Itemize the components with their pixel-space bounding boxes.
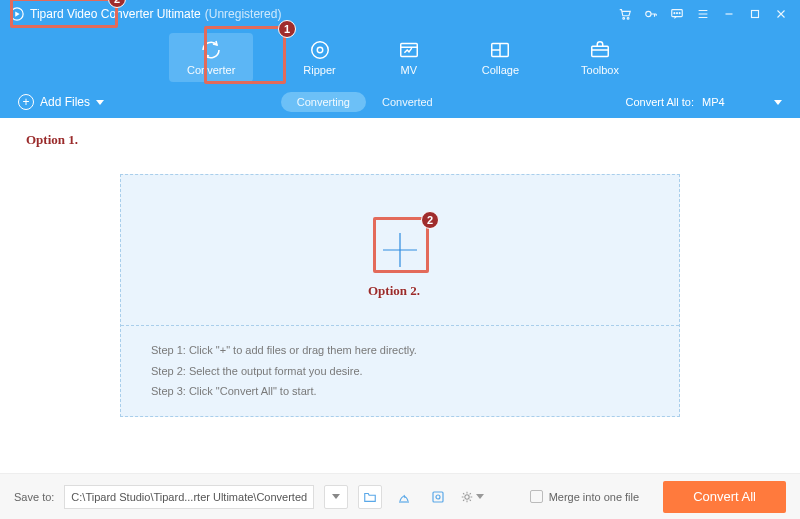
maximize-button[interactable] xyxy=(742,0,768,28)
merge-label: Merge into one file xyxy=(549,491,640,503)
status-tabs: Converting Converted xyxy=(104,92,625,112)
convert-all-label: Convert All xyxy=(693,489,756,504)
nav-label: Collage xyxy=(482,64,519,76)
dropzone-instructions: Step 1: Click "+" to add files or drag t… xyxy=(121,325,679,417)
nav-toolbox[interactable]: Toolbox xyxy=(569,35,631,80)
save-to-label: Save to: xyxy=(14,491,54,503)
svg-point-16 xyxy=(465,494,469,498)
checkbox-icon xyxy=(530,490,543,503)
chevron-down-icon xyxy=(774,100,782,105)
speed-icon[interactable] xyxy=(392,485,416,509)
annotation-badge-1: 1 xyxy=(278,20,296,38)
annotation-badge-2b: 2 xyxy=(421,211,439,229)
svg-point-3 xyxy=(646,11,651,16)
plus-circle-icon: + xyxy=(18,94,34,110)
registration-status: (Unregistered) xyxy=(205,7,282,21)
svg-point-15 xyxy=(436,495,440,499)
svg-point-2 xyxy=(627,18,629,20)
ripper-icon xyxy=(309,39,331,61)
convert-all-to-label: Convert All to: xyxy=(626,96,694,108)
bottom-bar: Save to: C:\Tipard Studio\Tipard...rter … xyxy=(0,473,800,519)
svg-point-7 xyxy=(679,13,680,14)
svg-point-10 xyxy=(317,47,323,53)
add-files-label: Add Files xyxy=(40,95,90,109)
svg-rect-14 xyxy=(433,492,443,502)
tab-converted[interactable]: Converted xyxy=(366,92,449,112)
mv-icon xyxy=(398,39,420,61)
tab-converting[interactable]: Converting xyxy=(281,92,366,112)
nav-label: Converter xyxy=(187,64,235,76)
svg-point-5 xyxy=(674,13,675,14)
svg-rect-13 xyxy=(592,46,609,56)
settings-button[interactable] xyxy=(460,485,484,509)
output-format-value: MP4 xyxy=(702,96,725,108)
converter-icon xyxy=(199,39,223,61)
key-icon[interactable] xyxy=(638,0,664,28)
output-format-select[interactable]: MP4 xyxy=(702,96,782,108)
dropzone[interactable]: 2 Option 2. Step 1: Click "+" to add fil… xyxy=(120,174,680,418)
convert-all-button[interactable]: Convert All xyxy=(663,481,786,513)
feedback-icon[interactable] xyxy=(664,0,690,28)
annotation-option2-label: Option 2. xyxy=(368,283,420,299)
save-to-path-value: C:\Tipard Studio\Tipard...rter Ultimate\… xyxy=(71,491,307,503)
svg-point-1 xyxy=(623,18,625,20)
app-window: Tipard Video Converter Ultimate (Unregis… xyxy=(0,0,800,519)
nav-mv[interactable]: MV xyxy=(386,35,432,80)
nav-converter[interactable]: Converter xyxy=(169,33,253,82)
cart-icon[interactable] xyxy=(612,0,638,28)
save-to-dropdown[interactable] xyxy=(324,485,348,509)
convert-all-to: Convert All to: MP4 xyxy=(626,96,782,108)
app-logo-icon xyxy=(10,7,24,21)
nav-label: Ripper xyxy=(303,64,335,76)
chevron-down-icon xyxy=(332,494,340,499)
close-button[interactable] xyxy=(768,0,794,28)
menu-icon[interactable] xyxy=(690,0,716,28)
nav-ripper[interactable]: Ripper xyxy=(291,35,347,80)
add-files-button[interactable]: + Add Files xyxy=(18,94,104,110)
sub-toolbar: + Add Files Converting Converted Convert… xyxy=(0,86,800,118)
toolbox-icon xyxy=(589,39,611,61)
nav-label: MV xyxy=(400,64,417,76)
step-text: Step 3: Click "Convert All" to start. xyxy=(151,381,649,402)
annotation-option1-label: Option 1. xyxy=(26,132,78,148)
nav-collage[interactable]: Collage xyxy=(470,35,531,80)
step-text: Step 1: Click "+" to add files or drag t… xyxy=(151,340,649,361)
open-folder-button[interactable] xyxy=(358,485,382,509)
collage-icon xyxy=(489,39,511,61)
main-nav: Converter Ripper MV Collage Toolbox 1 xyxy=(0,28,800,86)
merge-checkbox[interactable]: Merge into one file xyxy=(530,490,640,503)
content-area: Option 1. 2 Option 2. Step 1: Click "+" … xyxy=(0,118,800,473)
svg-point-9 xyxy=(311,41,328,58)
chevron-down-icon xyxy=(476,494,484,499)
app-title: Tipard Video Converter Ultimate xyxy=(30,7,201,21)
nav-label: Toolbox xyxy=(581,64,619,76)
chevron-down-icon xyxy=(96,100,104,105)
svg-rect-11 xyxy=(400,43,417,56)
svg-point-6 xyxy=(677,13,678,14)
step-text: Step 2: Select the output format you des… xyxy=(151,361,649,382)
svg-rect-8 xyxy=(752,11,759,18)
add-file-plus-button[interactable] xyxy=(375,225,425,275)
save-to-path-input[interactable]: C:\Tipard Studio\Tipard...rter Ultimate\… xyxy=(64,485,314,509)
minimize-button[interactable] xyxy=(716,0,742,28)
gpu-icon[interactable] xyxy=(426,485,450,509)
dropzone-upper[interactable]: 2 Option 2. xyxy=(121,175,679,325)
